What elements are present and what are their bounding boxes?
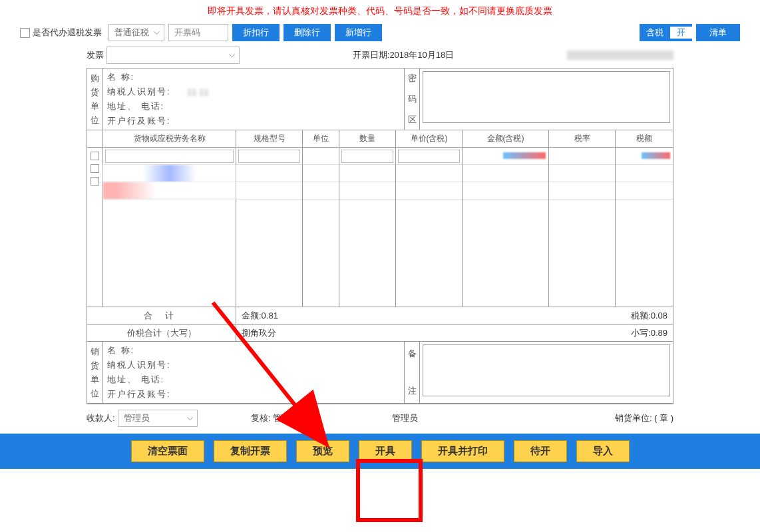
warning-text: 即将开具发票，请认真核对发票种类、代码、号码是否一致，如不同请更换底质发票 — [20, 5, 740, 17]
col-rate: 税率 — [549, 130, 616, 147]
col-price: 单价(含税) — [396, 130, 463, 147]
checkbox-icon[interactable] — [20, 28, 30, 38]
seller-name-value[interactable] — [187, 344, 204, 356]
payee-label: 收款人: — [87, 412, 115, 424]
copy-issue-button[interactable]: 复制开票 — [214, 440, 287, 462]
item-cell[interactable] — [549, 148, 615, 165]
buyer-name-label: 名 称: — [107, 71, 187, 83]
item-cell[interactable] — [236, 182, 302, 200]
seller-bank-value[interactable] — [187, 388, 213, 400]
item-cell[interactable] — [616, 165, 673, 182]
tax-type-select[interactable]: 普通征税 — [108, 24, 164, 41]
col-model: 规格型号 — [236, 130, 303, 147]
invoice-number-blurred — [567, 51, 673, 60]
seller-addr-label: 地址、 电话: — [107, 374, 187, 386]
preview-button[interactable]: 预览 — [296, 440, 349, 462]
issuer-value: 管理员 — [392, 412, 418, 424]
sum-row: 合 计 金额:0.81 税额:0.08 — [87, 307, 673, 325]
item-cell[interactable] — [339, 165, 395, 182]
seller-name-label: 名 称: — [107, 344, 187, 356]
item-qty-input[interactable] — [341, 150, 393, 163]
seller-unit-stamp: 销货单位: ( 章 ) — [615, 412, 673, 424]
new-row-button[interactable]: 新增行 — [335, 24, 382, 41]
password-side-label: 密码区 — [404, 68, 420, 130]
upper-label: 价税合计（大写） — [87, 325, 236, 341]
item-cell[interactable] — [303, 165, 339, 182]
invoice-form: 购货单位 名 称: 纳税人识别号:11 11 地址、 电话: 开户行及账号: 密… — [87, 68, 673, 404]
col-amount: 金额(含税) — [463, 130, 549, 147]
issue-date-label: 开票日期: — [353, 50, 390, 60]
top-toolbar: 是否代办退税发票 普通征税 开票码 折扣行 删除行 新增行 含税开 清单 — [20, 24, 740, 41]
sum-amount: 金额:0.81 — [236, 307, 553, 324]
import-button[interactable]: 导入 — [576, 440, 630, 462]
item-cell[interactable] — [463, 165, 548, 182]
col-qty: 数量 — [339, 130, 396, 147]
items-body — [87, 148, 673, 307]
total-row: 价税合计（大写） 捌角玖分 小写:0.89 — [87, 325, 673, 342]
item-cell[interactable] — [236, 165, 302, 182]
row-checkbox[interactable] — [91, 152, 99, 160]
buyer-section: 购货单位 名 称: 纳税人识别号:11 11 地址、 电话: 开户行及账号: 密… — [87, 68, 673, 130]
lower-value: 小写:0.89 — [553, 325, 673, 341]
item-cell[interactable] — [303, 148, 339, 165]
item-cell[interactable] — [616, 148, 673, 165]
discount-row-button[interactable]: 折扣行 — [232, 24, 280, 41]
item-cell[interactable] — [303, 182, 339, 200]
kpm-input[interactable]: 开票码 — [168, 24, 228, 41]
buyer-bank-value[interactable] — [187, 115, 204, 127]
remark-side-label: 备注 — [404, 342, 420, 403]
col-name: 货物或应税劳务名称 — [103, 130, 236, 147]
item-name-input[interactable] — [105, 150, 234, 163]
refund-checkbox-label: 是否代办退税发票 — [33, 27, 102, 39]
upper-value: 捌角玖分 — [236, 325, 553, 341]
item-cell[interactable] — [549, 182, 615, 200]
item-cell[interactable] — [616, 182, 673, 200]
item-row[interactable] — [103, 182, 236, 200]
tax-include-toggle[interactable]: 含税开 — [640, 24, 692, 41]
item-cell[interactable] — [463, 182, 548, 200]
col-tax: 税额 — [616, 130, 673, 147]
seller-taxid-label: 纳税人识别号: — [107, 359, 187, 371]
seller-bank-label: 开户行及账号: — [107, 388, 187, 400]
invoice-type-select[interactable] — [106, 47, 240, 64]
item-price-input[interactable] — [398, 150, 460, 163]
delete-row-button[interactable]: 删除行 — [284, 24, 331, 41]
payee-select[interactable]: 管理员 — [118, 410, 198, 427]
item-cell[interactable] — [549, 165, 615, 182]
item-cell[interactable] — [339, 182, 395, 200]
password-area — [423, 71, 670, 123]
buyer-addr-value[interactable] — [187, 100, 265, 112]
refund-checkbox[interactable]: 是否代办退税发票 — [20, 27, 102, 39]
meta-row: 发票 开票日期:2018年10月18日 — [87, 47, 673, 64]
item-model-input[interactable] — [238, 150, 300, 163]
row-checkbox[interactable] — [91, 164, 99, 173]
seller-addr-value[interactable] — [187, 374, 213, 386]
clear-button[interactable]: 清空票面 — [131, 440, 204, 462]
pending-button[interactable]: 待开 — [514, 440, 567, 462]
item-row[interactable] — [103, 165, 236, 182]
seller-side-label: 销货单位 — [87, 342, 103, 403]
issue-date-value: 2018年10月18日 — [389, 50, 454, 60]
seller-taxid-value[interactable] — [187, 359, 204, 371]
sum-tax: 税额:0.08 — [553, 307, 673, 324]
checker-value: 管理员 — [273, 412, 299, 424]
buyer-name-value[interactable] — [187, 71, 230, 83]
issue-button[interactable]: 开具 — [359, 440, 412, 462]
buyer-taxid-label: 纳税人识别号: — [107, 86, 187, 98]
buyer-addr-label: 地址、 电话: — [107, 100, 187, 112]
item-cell[interactable] — [463, 148, 548, 165]
checker-label: 复核: — [251, 412, 271, 424]
items-header: 货物或应税劳务名称 规格型号 单位 数量 单价(含税) 金额(含税) 税率 税额 — [87, 130, 673, 148]
list-button[interactable]: 清单 — [696, 24, 740, 41]
buyer-taxid-value[interactable]: 11 11 — [187, 87, 209, 97]
row-checkbox[interactable] — [91, 177, 99, 186]
buyer-bank-label: 开户行及账号: — [107, 115, 187, 127]
item-cell[interactable] — [396, 165, 462, 182]
col-unit: 单位 — [303, 130, 339, 147]
issue-print-button[interactable]: 开具并打印 — [421, 440, 504, 462]
footer-bar: 清空票面 复制开票 预览 开具 开具并打印 待开 导入 — [0, 434, 760, 469]
item-cell[interactable] — [396, 182, 462, 200]
buyer-side-label: 购货单位 — [87, 68, 103, 130]
remark-area[interactable] — [423, 344, 670, 396]
sum-label: 合 计 — [87, 307, 236, 324]
